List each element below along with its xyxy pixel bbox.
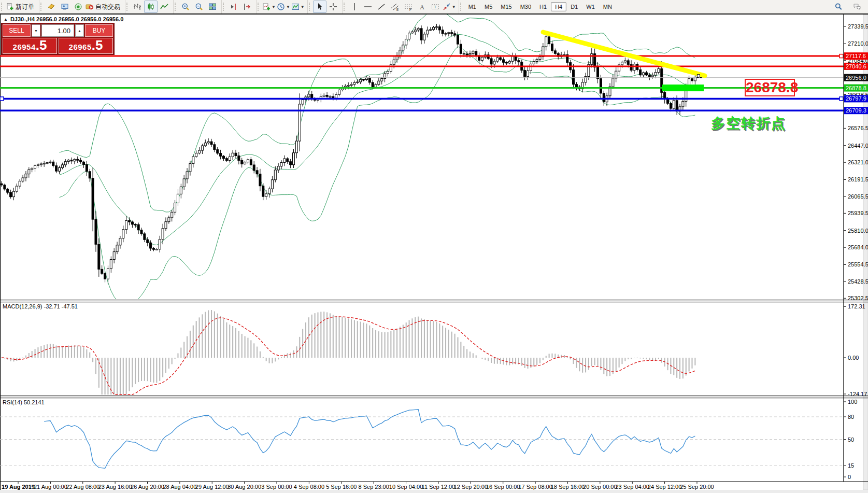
volume-input[interactable]: 1.00 [41, 24, 74, 37]
tf-mn[interactable]: MN [599, 2, 616, 11]
volume-up-button[interactable]: ▲ [75, 24, 84, 37]
candle-body [463, 53, 465, 54]
chart-canvas[interactable]: 27339.527210.027084.026828.526576.526447… [0, 0, 868, 493]
hline-handle[interactable] [839, 97, 843, 101]
time-tick-label: 17 Sep 08:00 [518, 484, 552, 490]
hline-button[interactable] [361, 1, 375, 13]
market-watch-button[interactable] [58, 1, 72, 13]
channel-button[interactable]: E [388, 1, 402, 13]
arrows-button[interactable]: ▼ [442, 1, 457, 13]
candle-body [500, 58, 502, 60]
green-zone-rectangle[interactable] [662, 84, 704, 91]
one-click-collapse-icon[interactable]: ▲ [4, 17, 8, 22]
candle-body [229, 157, 231, 160]
tf-h1[interactable]: H1 [535, 2, 551, 11]
data-window-button[interactable] [72, 1, 85, 13]
cursor-button[interactable] [313, 1, 326, 13]
candle-body [460, 44, 462, 53]
candle-body [287, 159, 289, 162]
auto-scroll-icon [243, 3, 251, 11]
tf-m1[interactable]: M1 [464, 2, 480, 11]
axis-tick-label: 0.00 [848, 355, 859, 361]
fibo-button[interactable]: F [402, 1, 415, 13]
autotrade-button[interactable]: 自动交易 [85, 1, 123, 13]
chart-shift-button[interactable] [227, 1, 240, 13]
candle-body [37, 165, 39, 166]
candle-body [168, 218, 170, 222]
templates-button[interactable]: ▼ [291, 1, 305, 13]
pane-separator[interactable] [0, 398, 868, 398]
candle-body [405, 39, 407, 45]
tile-windows-button[interactable] [206, 1, 219, 13]
candle-body [110, 260, 112, 269]
tf-m30[interactable]: M30 [516, 2, 535, 11]
tf-h4[interactable]: H4 [551, 2, 566, 11]
candle-body [600, 79, 602, 93]
zoom-out-button[interactable] [192, 1, 206, 13]
buy-button[interactable]: BUY [85, 24, 113, 37]
candle-body [323, 95, 325, 96]
candle-body [326, 95, 328, 96]
tf-d1[interactable]: D1 [566, 2, 582, 11]
candle-body [116, 245, 118, 252]
sell-price-button[interactable]: 26954 .5 [3, 38, 57, 54]
auto-scroll-button[interactable] [240, 1, 254, 13]
candle-body [527, 71, 529, 76]
candle-body [95, 219, 97, 244]
candle-body [420, 29, 422, 40]
tf-w1[interactable]: W1 [582, 2, 599, 11]
chevron-down-icon: ▼ [301, 5, 305, 9]
candle-body [153, 248, 155, 249]
zoom-in-button[interactable] [179, 1, 192, 13]
crosshair-button[interactable] [326, 1, 340, 13]
candle-chart-button[interactable] [144, 1, 158, 13]
window-left-border [0, 15, 1, 490]
candle-body [691, 79, 693, 81]
label-button[interactable]: T [429, 1, 442, 13]
candle-body [335, 94, 337, 98]
community-button[interactable] [850, 1, 864, 13]
vline-button[interactable] [348, 1, 361, 13]
candle-body [511, 57, 514, 62]
candle-body [411, 32, 413, 33]
pane-separator[interactable] [0, 396, 868, 396]
zoom-out-icon [195, 3, 203, 11]
candle-body [682, 101, 684, 106]
buy-price-button[interactable]: 26965 .5 [59, 38, 113, 54]
cn-annotation-label[interactable]: 多空转折点 [711, 114, 786, 133]
quotes-button[interactable] [45, 1, 58, 13]
candle-body [104, 273, 106, 279]
axis-tick-label: 0 [848, 474, 851, 480]
candle-body [22, 178, 24, 181]
pane-separator[interactable] [0, 302, 868, 302]
candle-body [518, 61, 520, 62]
axis-tick-label: 50 [848, 436, 854, 443]
candle-body [64, 162, 66, 165]
hline-handle[interactable] [0, 97, 4, 101]
sell-button[interactable]: SELL [3, 24, 31, 37]
sell-price-main: 26954 [13, 43, 36, 51]
axis-tick-label: 26447.0 [848, 143, 868, 149]
tf-m15[interactable]: M15 [496, 2, 516, 11]
candle-body [548, 37, 550, 44]
time-tick-label: 20 Sep 00:00 [583, 484, 617, 490]
text-button[interactable]: A [415, 1, 429, 13]
trendline-button[interactable] [375, 1, 388, 13]
periods-button[interactable]: ▼ [276, 1, 291, 13]
volume-down-button[interactable]: ▼ [32, 24, 40, 37]
search-button[interactable] [832, 1, 845, 13]
hline-handle[interactable] [839, 54, 843, 58]
bar-chart-button[interactable] [131, 1, 144, 13]
tf-m5[interactable]: M5 [480, 2, 496, 11]
candle-body [363, 79, 365, 80]
line-chart-button[interactable] [158, 1, 171, 13]
candle-body [223, 156, 225, 158]
toolbar-group: M1M5M15M30H1H4D1W1MN [459, 0, 618, 13]
price-annotation-box[interactable]: 26878.8 [745, 79, 795, 96]
new-order-button[interactable]: 新订单 [5, 1, 37, 13]
candle-body [542, 47, 544, 57]
pane-separator[interactable] [0, 300, 868, 300]
candle-body [159, 240, 161, 249]
candle-body [274, 170, 276, 180]
indicators-button[interactable]: ▼ [262, 1, 276, 13]
